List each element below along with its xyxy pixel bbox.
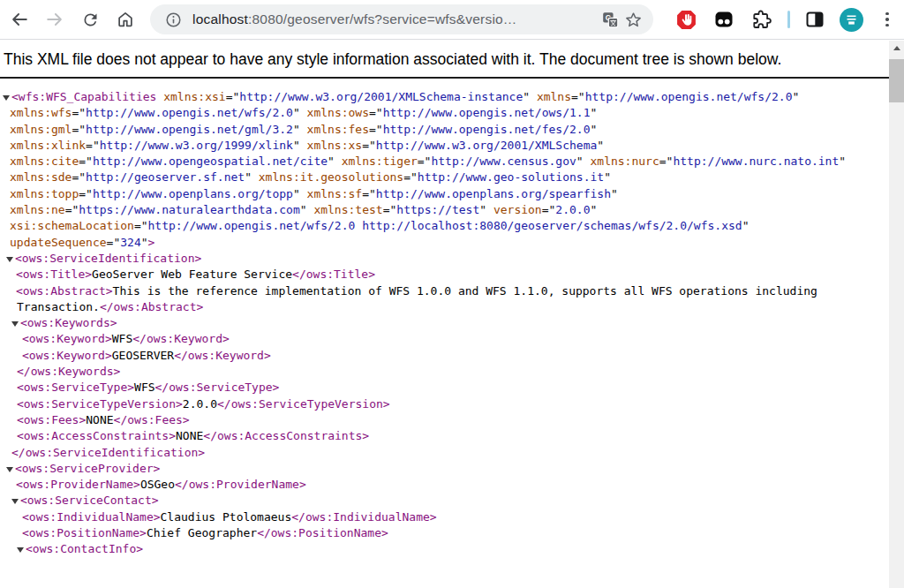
side-panel-button[interactable] [803,8,826,31]
xml-segment-v: http://www.opengis.net/ows/1.1 [383,106,591,119]
xml-segment-t: <ows:ProviderName> [16,478,140,491]
xml-segment-x: This is the reference implementation of … [113,284,817,298]
xml-segment-x: NONE [176,429,203,442]
collapse-arrow-icon[interactable] [11,499,19,504]
xml-segment-t: </ows:Keywords> [17,365,120,378]
xml-segment-q: =" [134,219,148,232]
back-icon [10,10,29,29]
profile-avatar[interactable] [840,8,863,32]
collapse-arrow-icon[interactable] [6,467,13,472]
xml-line: <wfs:WFS_Capabilities xmlns:xsi="http://… [0,89,889,105]
xml-line: <ows:ContactInfo> [0,541,889,557]
xml-segment-q: " [591,106,598,119]
xml-segment-q: =" [65,203,79,216]
xml-line: <ows:Abstract>This is the reference impl… [0,283,889,299]
xml-segment-a: xmlns:nurc [590,155,659,168]
adblock-extension-button[interactable] [674,8,697,31]
xml-segment-q: =" [79,187,93,200]
xml-segment-q: " [839,155,846,168]
forward-button[interactable] [44,9,65,30]
xml-segment-t: </ows:ServiceIdentification> [11,446,205,459]
browser-toolbar: localhost:8080/geoserver/wfs?service=wfs… [0,0,904,40]
xml-segment-x: Chief Geographer [147,526,257,539]
collapse-arrow-icon[interactable] [17,547,24,553]
xml-line: <ows:Keywords> [0,315,889,331]
reload-button[interactable] [79,9,101,30]
xml-segment-v: http://www.openplans.org/spearfish [376,187,611,200]
bookmark-button[interactable] [622,8,644,31]
xml-line: <ows:AccessConstraints>NONE</ows:AccessC… [0,428,889,444]
xml-segment-x: Claudius Ptolomaeus [161,510,292,524]
xml-line: <ows:PositionName>Chief Geographer</ows:… [0,525,889,541]
xml-line: </ows:ServiceIdentification> [0,445,889,461]
xml-segment-v: http://www.opengis.net/fes/2.0 [383,123,591,136]
xml-segment-t: </ows:Keyword> [132,332,230,345]
xml-segment-t: </ows:Fees> [114,413,190,426]
xml-segment-q: " [611,187,618,200]
browser-menu-button[interactable] [878,9,896,31]
address-bar[interactable]: localhost:8080/geoserver/wfs?service=wfs… [150,4,653,34]
triangle-up-icon [893,46,900,50]
xml-segment-x: 2.0.0 [183,397,217,411]
xml-segment-t: <ows:IndividualName> [22,510,161,524]
xml-segment-q: " [141,236,148,249]
xml-segment-v: 324 [120,236,140,249]
xml-segment-q: " [597,139,604,152]
collapse-arrow-icon[interactable] [3,95,10,101]
xml-segment-a: version [493,203,542,216]
xml-line: <ows:ServiceContact> [0,493,889,509]
forward-icon [45,10,64,29]
xml-segment-x: GEOSERVER [112,349,174,362]
xml-segment-t: <ows:Keyword> [22,332,112,345]
scroll-up-button[interactable] [889,41,904,55]
xml-segment-t: </ows:Abstract> [100,300,203,313]
info-icon [165,11,182,28]
xml-segment-q: " [792,90,799,103]
xml-segment-a: xmlns:xlink [10,139,86,152]
xml-segment-t: </ows:ServiceType> [155,381,280,394]
adblock-hand-icon [675,9,697,31]
url-path: :8080/geoserver/wfs?service=wfs&versio… [248,11,517,26]
xml-line: xmlns:ne="https://www.naturalearthdata.c… [0,202,889,218]
xml-segment-v: http://geoserver.sf.net [86,170,245,184]
back-button[interactable] [9,9,30,30]
xml-line: Transaction.</ows:Abstract> [0,299,889,315]
page-info-button[interactable] [162,8,185,31]
xml-segment-q: =" [79,155,93,168]
xml-segment-q: " [604,170,611,184]
extensions-button[interactable] [750,8,773,31]
xml-segment-q: =" [72,123,86,136]
xml-segment-a: xmlns:fes [307,123,369,136]
dot [885,18,889,21]
xml-line: <ows:ServiceTypeVersion>2.0.0</ows:Servi… [0,396,889,412]
collapse-arrow-icon[interactable] [6,257,13,262]
xml-segment-a: xmlns:ows [307,106,369,119]
xml-segment-q: =" [369,123,383,136]
translate-button[interactable]: G [599,8,622,31]
scrollbar-thumb[interactable] [889,59,904,102]
xml-style-notice: This XML file does not appear to have an… [0,41,889,79]
xml-segment-q: =" [72,170,86,184]
xml-segment-t: <ows:ServiceIdentification> [15,252,201,265]
xml-segment-t: > [148,236,155,249]
collapse-arrow-icon[interactable] [11,321,19,327]
xml-segment-q: " [293,123,307,136]
vertical-scrollbar[interactable] [889,41,904,588]
xml-line: <ows:ProviderName>OSGeo</ows:ProviderNam… [0,477,889,493]
xml-segment-a: xmlns:cite [10,155,79,168]
xml-segment-v: https://test [396,203,479,216]
xml-line: <ows:ServiceType>WFS</ows:ServiceType> [0,380,889,396]
xml-line: <ows:Title>GeoServer Web Feature Service… [0,267,889,283]
xml-segment-t: <ows:Title> [16,268,92,281]
xml-segment-x: NONE [86,413,113,426]
xml-segment-v: http://www.w3.org/1999/xlink [100,139,293,152]
xml-line: xmlns:xlink="http://www.w3.org/1999/xlin… [0,138,889,154]
xml-segment-q: " [479,203,493,216]
home-button[interactable] [115,9,136,30]
home-icon [116,10,135,29]
url-text[interactable]: localhost:8080/geoserver/wfs?service=wfs… [192,11,599,27]
dark-extension-button[interactable] [712,8,735,31]
xml-segment-q: " [591,123,598,136]
xml-line: <ows:Fees>NONE</ows:Fees> [0,412,889,428]
reload-icon [81,11,100,29]
